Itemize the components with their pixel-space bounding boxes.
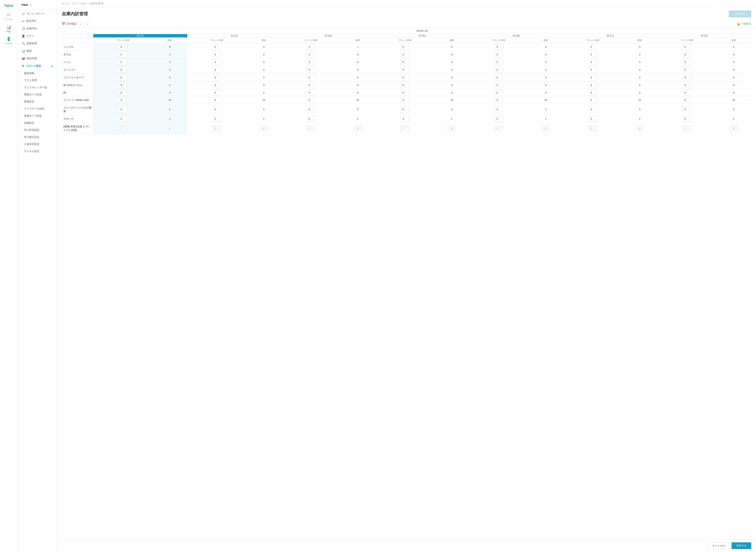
block-input-9-6[interactable] — [683, 116, 691, 122]
block-input-0-1[interactable] — [212, 44, 221, 50]
block-input-9-4[interactable] — [494, 116, 503, 122]
room-9-day-4-block[interactable] — [469, 115, 528, 123]
nav-sub-item-facility-info[interactable]: 施設情報 — [18, 70, 57, 77]
room-5-day-6-block[interactable] — [657, 82, 716, 89]
room-5-day-5-block[interactable] — [563, 82, 622, 89]
block-input-0-5[interactable] — [588, 44, 597, 50]
room-6-day-6-block[interactable] — [657, 89, 716, 96]
room-6-day-1-block[interactable] — [187, 89, 246, 96]
nav-sub-item-sales-account-settings[interactable]: 売上科目設定 — [18, 126, 57, 134]
left-nav-collapse-icon[interactable]: ⊙ — [30, 3, 32, 6]
block-input-4-5[interactable] — [588, 75, 597, 80]
block-input-8-3[interactable] — [401, 107, 409, 112]
nav-sub-item-facility-settings[interactable]: 設備設定 — [18, 119, 57, 126]
block-input-3-5[interactable] — [588, 67, 597, 73]
nav-item-front-settings[interactable]: ⚙ フロント設定 ∧ — [18, 62, 57, 70]
block-input-4-4[interactable] — [494, 75, 503, 80]
room-8-day-5-block[interactable] — [563, 104, 622, 115]
room-6-day-0-block[interactable] — [93, 89, 152, 96]
room-7-day-6-block[interactable] — [657, 96, 716, 104]
room-1-day-2-block[interactable] — [281, 51, 340, 58]
room-4-day-5-block[interactable] — [563, 74, 622, 82]
room-5-day-1-block[interactable] — [187, 82, 246, 89]
block-input-6-5[interactable] — [588, 90, 597, 96]
room-2-day-4-block[interactable] — [469, 58, 528, 66]
room-4-day-3-block[interactable] — [375, 74, 434, 82]
bulk-sell-button[interactable]: 🔒 一括売止 — [737, 22, 751, 26]
breadcrumb-front-settings[interactable]: フロント設定 — [72, 2, 86, 5]
block-input-9-0[interactable] — [119, 116, 127, 122]
block-input-4-3[interactable] — [401, 75, 409, 80]
block-input-4-0[interactable] — [119, 75, 127, 80]
cancel-button[interactable]: キャンセル — [708, 542, 729, 549]
room-6-day-3-block[interactable] — [375, 89, 434, 96]
room-0-day-1-block[interactable] — [187, 43, 246, 51]
block-input-3-1[interactable] — [212, 67, 221, 73]
block-input-6-4[interactable] — [494, 90, 503, 96]
room-7-day-3-block[interactable] — [375, 96, 434, 104]
block-input-7-5[interactable] — [588, 97, 597, 103]
block-input-9-5[interactable] — [588, 116, 597, 122]
block-input-5-5[interactable] — [588, 83, 597, 88]
block-input-1-5[interactable] — [588, 52, 597, 57]
bulk-update-button[interactable]: 一括更新する — [729, 11, 751, 17]
room-2-day-1-block[interactable] — [187, 58, 246, 66]
room-10-day-3-block[interactable] — [375, 123, 434, 134]
block-input-1-2[interactable] — [307, 52, 315, 57]
block-input-5-3[interactable] — [401, 83, 409, 88]
block-input-5-1[interactable] — [212, 83, 221, 88]
block-input-2-0[interactable] — [119, 59, 127, 65]
block-input-3-3[interactable] — [401, 67, 409, 73]
nav-item-lodging[interactable]: 🛏 宿泊予約 — [18, 17, 57, 25]
block-input-2-4[interactable] — [494, 59, 503, 65]
room-1-day-1-block[interactable] — [187, 51, 246, 58]
block-input-7-6[interactable] — [683, 97, 691, 103]
block-input-3-6[interactable] — [683, 67, 691, 73]
room-10-day-5-block[interactable] — [563, 123, 622, 134]
block-input-9-1[interactable] — [212, 116, 221, 122]
room-8-day-2-block[interactable] — [281, 104, 340, 115]
block-input-10-4[interactable] — [494, 126, 503, 131]
block-input-8-4[interactable] — [494, 107, 503, 112]
nav-item-closing[interactable]: 📦 締め作業 — [18, 55, 57, 62]
block-input-0-3[interactable] — [401, 44, 409, 50]
block-input-1-1[interactable] — [212, 52, 221, 57]
nav-sub-item-indigate-settings[interactable]: インジゲータ設定 — [18, 105, 57, 112]
block-input-5-4[interactable] — [494, 83, 503, 88]
block-input-1-6[interactable] — [683, 52, 691, 57]
sidebar-item-pricing[interactable]: 💲 Pricing — [0, 35, 17, 46]
block-input-8-1[interactable] — [212, 107, 221, 112]
room-7-day-2-block[interactable] — [281, 96, 340, 104]
block-input-7-3[interactable] — [401, 97, 409, 103]
block-input-1-4[interactable] — [494, 52, 503, 57]
block-input-3-2[interactable] — [307, 67, 315, 73]
nav-item-guest[interactable]: 👤 ゲスト — [18, 32, 57, 40]
save-button[interactable]: 保存する — [732, 542, 751, 549]
room-1-day-3-block[interactable] — [375, 51, 434, 58]
block-input-10-0[interactable] — [119, 126, 127, 131]
block-input-5-6[interactable] — [683, 83, 691, 88]
block-input-1-0[interactable] — [119, 52, 127, 57]
room-7-day-4-block[interactable] — [469, 96, 528, 104]
block-input-5-2[interactable] — [307, 83, 315, 88]
nav-sub-item-room-settings[interactable]: 部屋設定 — [18, 98, 57, 105]
room-7-day-5-block[interactable] — [563, 96, 622, 104]
room-1-day-5-block[interactable] — [563, 51, 622, 58]
room-7-day-1-block[interactable] — [187, 96, 246, 104]
room-4-day-0-block[interactable] — [93, 74, 152, 82]
room-3-day-6-block[interactable] — [657, 66, 716, 74]
room-2-day-3-block[interactable] — [375, 58, 434, 66]
room-0-day-2-block[interactable] — [281, 43, 340, 51]
block-input-10-1[interactable] — [212, 126, 221, 131]
room-4-day-4-block[interactable] — [469, 74, 528, 82]
block-input-10-3[interactable] — [401, 126, 409, 131]
block-input-0-4[interactable] — [494, 44, 503, 50]
nav-sub-item-channel-settings[interactable]: チャネル設定 — [18, 148, 57, 155]
room-3-day-0-block[interactable] — [93, 66, 152, 74]
room-3-day-1-block[interactable] — [187, 66, 246, 74]
room-0-day-3-block[interactable] — [375, 43, 434, 51]
room-10-day-2-block[interactable] — [281, 123, 340, 134]
block-input-0-6[interactable] — [683, 44, 691, 50]
nav-item-reports[interactable]: 📊 帳票 — [18, 47, 57, 55]
room-8-day-6-block[interactable] — [657, 104, 716, 115]
